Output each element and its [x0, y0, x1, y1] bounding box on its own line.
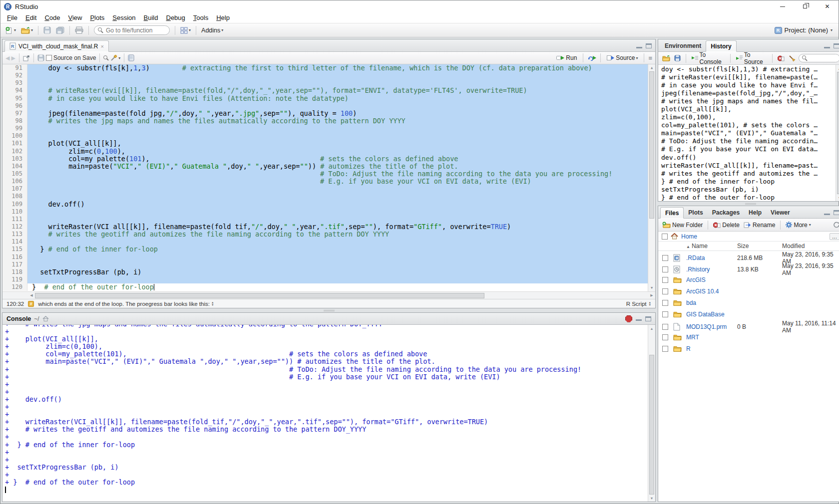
source-on-save-checkbox[interactable] [46, 55, 52, 61]
history-item[interactable]: # ToDo: Adjust the file naming accordin… [661, 137, 836, 145]
file-row[interactable]: R.RData218.6 MBMay 23, 2016, 9:35 AM [658, 251, 839, 262]
close-tab-icon[interactable]: × [100, 43, 103, 49]
editor-vertical-scrollbar[interactable]: ▲ ▼ [648, 64, 655, 291]
horizontal-splitter[interactable] [658, 202, 839, 206]
rerun-button[interactable] [587, 55, 596, 61]
code-tools-button[interactable]: ▾ [110, 54, 120, 61]
minimize-pane-button[interactable] [636, 44, 642, 48]
history-item[interactable]: dev.off() [661, 154, 836, 162]
console-vertical-scrollbar[interactable]: ▲ ▼ [648, 325, 655, 502]
history-item[interactable]: } # end of the inner for-loop [661, 178, 836, 186]
file-checkbox[interactable] [662, 346, 668, 352]
forward-icon[interactable]: ▶ [11, 55, 15, 61]
menu-help[interactable]: Help [212, 13, 234, 22]
file-name-link[interactable]: .RData [686, 254, 737, 261]
tab-viewer[interactable]: Viewer [766, 207, 794, 218]
menu-debug[interactable]: Debug [162, 13, 189, 22]
to-console-button[interactable]: To Console [690, 51, 726, 65]
scroll-up-icon[interactable]: ▲ [648, 325, 655, 332]
file-name-link[interactable]: MOD13Q1.prm [686, 323, 737, 330]
back-icon[interactable]: ◀ [5, 55, 9, 61]
tab-packages[interactable]: Packages [708, 207, 744, 218]
file-name-link[interactable]: .Rhistory [686, 266, 737, 273]
file-row[interactable]: bda [658, 297, 839, 308]
minimize-pane-button[interactable] [636, 316, 642, 321]
history-item[interactable]: main=paste("VCI"," (EVI)"," Guatemala "… [661, 129, 836, 137]
history-item[interactable]: writeRaster(VCI_all[[k]], filename=past… [661, 162, 836, 170]
open-file-button[interactable]: ▾ [19, 25, 35, 36]
path-options-button[interactable]: ... [830, 233, 839, 240]
file-checkbox[interactable] [662, 334, 668, 340]
minimize-pane-button[interactable] [824, 211, 830, 215]
find-replace-icon[interactable] [103, 55, 109, 61]
doc-type-selector[interactable]: R Script ▲▼ [626, 301, 651, 307]
menu-edit[interactable]: Edit [21, 13, 40, 22]
file-checkbox[interactable] [662, 277, 668, 283]
scrollbar-thumb[interactable] [35, 293, 484, 298]
history-item[interactable]: setTxtProgressBar (pb, i) [661, 186, 836, 194]
scroll-down-icon[interactable]: ▼ [648, 495, 655, 502]
maximize-pane-button[interactable] [834, 43, 839, 48]
save-button[interactable] [41, 25, 53, 36]
menu-plots[interactable]: Plots [86, 13, 108, 22]
clear-history-icon[interactable] [788, 55, 797, 61]
save-history-button[interactable] [673, 55, 682, 61]
file-name-link[interactable]: ArcGIS [686, 276, 737, 283]
goto-file-function-box[interactable] [94, 25, 170, 35]
scrollbar-thumb[interactable] [837, 72, 839, 194]
history-item[interactable]: plot(VCI_all[[k]], [661, 105, 836, 113]
file-checkbox[interactable] [662, 300, 668, 306]
menu-build[interactable]: Build [140, 13, 162, 22]
file-checkbox[interactable] [662, 324, 668, 330]
scrollbar-thumb[interactable] [649, 71, 654, 219]
menu-view[interactable]: View [64, 13, 86, 22]
minimize-pane-button[interactable] [824, 44, 830, 48]
file-name-link[interactable]: R [686, 345, 737, 352]
minimize-window-button[interactable] [771, 0, 794, 12]
tab-history[interactable]: History [706, 40, 736, 52]
remove-entries-button[interactable] [777, 55, 786, 61]
new-file-button[interactable]: ▾ [3, 25, 18, 36]
save-all-button[interactable] [54, 25, 66, 36]
history-item[interactable]: col=my_palette(101), # sets the colors … [661, 121, 836, 129]
load-history-button[interactable] [661, 55, 671, 61]
history-item[interactable]: # E.g. if you base your VCI on EVI data… [661, 145, 836, 153]
print-button[interactable] [73, 25, 85, 36]
to-source-button[interactable]: To Source [735, 51, 768, 65]
file-row[interactable]: ArcGIS 10.4 [658, 285, 839, 297]
history-item[interactable]: # writeRaster(evi[[k]], filename=paste(… [661, 73, 836, 81]
rename-file-button[interactable]: Rename [743, 222, 776, 229]
file-row[interactable]: GIS DataBase [658, 308, 839, 320]
menu-file[interactable]: File [3, 13, 21, 22]
file-checkbox[interactable] [662, 288, 668, 294]
breadcrumb-home-link[interactable]: Home [681, 233, 697, 240]
file-name-link[interactable]: MRT [686, 334, 737, 341]
addins-button[interactable]: Addins ▾ [199, 25, 225, 36]
file-row[interactable]: .Rhistory13.8 KBMay 23, 2016, 9:35 AM [658, 262, 839, 274]
editor-horizontal-scrollbar[interactable]: ◀ ▶ [2, 291, 655, 299]
close-window-button[interactable]: ✕ [816, 0, 839, 12]
scrollbar-thumb[interactable] [649, 355, 654, 495]
file-row[interactable]: MOD13Q1.prm0 BMay 11, 2016, 11:14 AM [658, 320, 839, 331]
menu-session[interactable]: Session [108, 13, 139, 22]
source-button[interactable]: Source ▾ [605, 52, 640, 63]
tab-plots[interactable]: Plots [684, 207, 707, 218]
code-editor[interactable]: 91 doy <- substr(fls[k],1,3) # extractin… [2, 64, 655, 291]
maximize-pane-button[interactable] [646, 43, 652, 48]
save-source-button[interactable] [37, 54, 44, 61]
delete-file-button[interactable]: Delete [712, 222, 741, 229]
compile-report-button[interactable] [128, 54, 134, 61]
maximize-pane-button[interactable] [834, 210, 839, 215]
file-name-link[interactable]: bda [686, 299, 737, 306]
scroll-down-icon[interactable]: ▼ [648, 284, 655, 291]
scroll-left-icon[interactable]: ◀ [28, 293, 35, 297]
column-modified[interactable]: Modified [782, 243, 839, 250]
column-name[interactable]: ▲Name [686, 243, 737, 250]
scroll-up-icon[interactable]: ▲ [648, 64, 655, 71]
project-selector[interactable]: R Project: (None) ▾ [775, 26, 836, 34]
history-item[interactable]: # writes the geotiff and automizes the … [661, 170, 836, 178]
menu-code[interactable]: Code [40, 13, 64, 22]
file-checkbox[interactable] [662, 255, 668, 261]
stop-icon[interactable] [625, 315, 632, 322]
history-vertical-scrollbar[interactable]: ▲ ▼ [836, 65, 839, 201]
